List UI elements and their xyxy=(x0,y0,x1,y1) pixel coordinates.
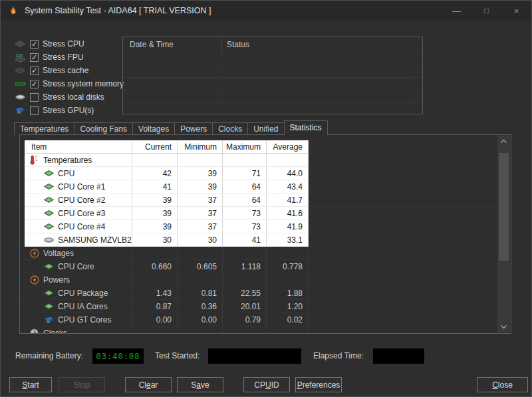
scroll-down-icon[interactable] xyxy=(497,321,510,332)
maximize-button[interactable]: □ xyxy=(471,1,501,21)
stats-table: ItemCurrentMinimumMaximumAverageTemperat… xyxy=(21,140,499,334)
stats-row-temperatures[interactable]: Temperatures xyxy=(21,154,499,167)
stress-option-stress-local-disks[interactable]: Stress local disks xyxy=(14,90,124,104)
average-cell xyxy=(267,273,309,287)
cpu-icon xyxy=(14,41,26,47)
current-cell: 0.660 xyxy=(132,260,178,273)
vertical-scrollbar[interactable] xyxy=(497,136,510,332)
stats-row-label: Powers xyxy=(43,275,70,285)
stats-row-powers[interactable]: Powers xyxy=(21,273,499,287)
stats-row-cpu[interactable]: CPU42397144.0 xyxy=(21,167,499,180)
minimum-cell: 30 xyxy=(178,233,223,247)
stress-option-stress-cache[interactable]: ✓Stress cache xyxy=(14,64,124,77)
current-cell: 39 xyxy=(132,220,178,233)
current-cell: 39 xyxy=(132,194,178,207)
disk-icon xyxy=(14,94,26,100)
remaining-battery-value: 03:40:08 xyxy=(96,352,140,361)
stress-option-label: Stress cache xyxy=(43,66,88,75)
minimum-cell: 39 xyxy=(178,167,223,180)
tab-statistics[interactable]: Statistics xyxy=(284,120,328,135)
checkbox-stress-local-disks[interactable] xyxy=(30,93,39,102)
log-column-divider xyxy=(412,37,412,114)
checkbox-stress-gpu-s[interactable] xyxy=(30,106,39,115)
scrollbar-thumb[interactable] xyxy=(499,153,509,261)
log-row xyxy=(123,102,422,115)
stress-option-stress-fpu[interactable]: 123✓Stress FPU xyxy=(14,51,124,64)
stats-row-voltages[interactable]: Voltages xyxy=(21,247,499,260)
checkbox-stress-fpu[interactable]: ✓ xyxy=(30,53,39,62)
window-controls: — □ × xyxy=(442,1,531,21)
chip-icon xyxy=(44,184,54,190)
stats-row-cpu-gt-cores[interactable]: CPU GT Cores0.000.000.790.02 xyxy=(21,313,499,327)
current-cell: 1.43 xyxy=(132,287,178,300)
stop-button[interactable]: Stop xyxy=(59,377,105,392)
remaining-battery-value-box: 03:40:08 xyxy=(92,348,144,364)
tab-powers[interactable]: Powers xyxy=(174,122,213,135)
test-started-value-box xyxy=(208,348,301,364)
clear-button[interactable]: Clear xyxy=(125,377,172,392)
checkbox-stress-cache[interactable]: ✓ xyxy=(30,66,39,75)
chip-icon xyxy=(44,210,54,216)
memory-icon xyxy=(14,80,26,87)
stats-row-cpu-core-2[interactable]: CPU Core #239376441.7 xyxy=(21,194,499,207)
save-button[interactable]: Save xyxy=(177,377,223,392)
close-window-button[interactable]: × xyxy=(501,1,531,21)
stats-row-cpu-core-4[interactable]: CPU Core #439377341.9 xyxy=(21,220,499,233)
minimum-cell: 0.81 xyxy=(178,287,223,300)
tab-bar: TemperaturesCooling FansVoltagesPowersCl… xyxy=(14,120,328,135)
stats-row-cpu-core-3[interactable]: CPU Core #339377341.6 xyxy=(21,207,499,220)
tab-cooling-fans[interactable]: Cooling Fans xyxy=(74,122,133,135)
log-col-datetime: Date & Time xyxy=(123,37,221,52)
chip-icon xyxy=(44,290,54,296)
log-row xyxy=(123,52,422,65)
test-started-label: Test Started: xyxy=(155,348,200,364)
button-row: StartStopClearSaveCPUIDPreferencesClose xyxy=(1,377,531,393)
tab-clocks[interactable]: Clocks xyxy=(212,122,248,135)
stats-row-cpu-package[interactable]: CPU Package1.430.8122.551.88 xyxy=(21,287,499,300)
average-cell: 41.9 xyxy=(267,220,309,233)
stats-row-clocks[interactable]: Clocks xyxy=(21,327,499,334)
tab-temperatures[interactable]: Temperatures xyxy=(14,122,74,135)
chip-icon xyxy=(44,223,54,229)
stats-row-cpu-core-1[interactable]: CPU Core #141396443.4 xyxy=(21,180,499,194)
preferences-button[interactable]: Preferences xyxy=(295,377,342,392)
row-filler xyxy=(309,207,499,220)
stats-row-cpu-core[interactable]: CPU Core0.6600.6051.1180.778 xyxy=(21,260,499,273)
row-filler xyxy=(309,154,499,167)
svg-text:123: 123 xyxy=(15,53,23,57)
checkbox-stress-cpu[interactable]: ✓ xyxy=(30,40,39,49)
system-stability-test-window: System Stability Test - AIDA64 [ TRIAL V… xyxy=(0,0,532,397)
event-log-table[interactable]: Date & Time Status xyxy=(122,37,423,114)
stats-row-cpu-ia-cores[interactable]: CPU IA Cores0.870.3620.011.20 xyxy=(21,300,499,313)
current-cell: 30 xyxy=(132,233,178,247)
item-cell: Powers xyxy=(25,273,132,287)
stats-row-label: CPU Core xyxy=(58,262,94,271)
stats-row-samsung-mzvlb25[interactable]: SAMSUNG MZVLB25...30304133.1 xyxy=(21,233,499,247)
tab-unified[interactable]: Unified xyxy=(247,122,284,135)
cpuid-button[interactable]: CPUID xyxy=(243,377,290,392)
checkbox-stress-system-memory[interactable]: ✓ xyxy=(30,80,39,88)
minimize-button[interactable]: — xyxy=(442,1,471,21)
maximum-cell: 73 xyxy=(223,220,267,233)
stress-option-stress-cpu[interactable]: ✓Stress CPU xyxy=(14,37,124,51)
row-filler xyxy=(309,180,499,194)
average-cell: 1.20 xyxy=(267,300,309,313)
stress-option-label: Stress FPU xyxy=(43,53,83,62)
minimum-cell: 0.605 xyxy=(178,260,223,273)
clock-icon xyxy=(29,329,39,334)
scroll-up-icon[interactable] xyxy=(497,136,510,147)
close-button[interactable]: Close xyxy=(477,377,528,392)
current-cell: Current xyxy=(132,140,178,154)
stress-option-stress-system-memory[interactable]: ✓Stress system memory xyxy=(14,77,124,90)
start-button[interactable]: Start xyxy=(9,377,52,392)
row-filler xyxy=(309,327,499,334)
stats-header-row[interactable]: ItemCurrentMinimumMaximumAverage xyxy=(21,140,499,154)
title-bar[interactable]: System Stability Test - AIDA64 [ TRIAL V… xyxy=(1,1,531,21)
stress-option-stress-gpu-s[interactable]: Stress GPU(s) xyxy=(14,104,124,117)
minimum-cell: 37 xyxy=(178,194,223,207)
stats-row-label: Voltages xyxy=(43,249,74,258)
tab-voltages[interactable]: Voltages xyxy=(132,122,175,135)
row-filler xyxy=(309,273,499,287)
stats-row-label: CPU GT Cores xyxy=(58,315,111,325)
chip-icon xyxy=(44,303,54,309)
